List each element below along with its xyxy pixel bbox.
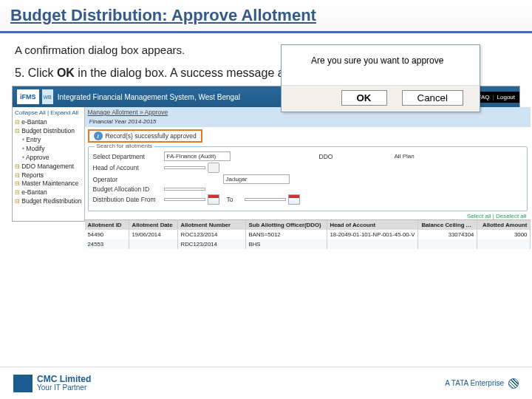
ok-button[interactable]: OK [341, 90, 387, 106]
tree-entry[interactable]: Entry [15, 136, 82, 145]
fieldset-legend: Search for allotments [95, 143, 155, 149]
tree-master[interactable]: Master Maintenance [15, 180, 82, 188]
op-label: Operator [93, 176, 164, 183]
sidebar: Collapse All | Expand All e-Bantan Budge… [13, 107, 85, 221]
op-select[interactable]: Jadugar [223, 174, 290, 184]
hoa-input[interactable] [164, 166, 205, 169]
tree-approve[interactable]: Approve [15, 154, 82, 163]
magnifier-icon[interactable] [208, 163, 219, 173]
date-to-label: To [227, 196, 245, 203]
app-logo-suffix: WB [42, 89, 53, 104]
dept-select[interactable]: FA-Finance (Audit) [164, 151, 231, 161]
dialog-message: Are you sure you want to approve [282, 45, 480, 86]
calendar-icon[interactable] [208, 194, 219, 205]
results-grid: Allotment IDAllotment DateAllotment Numb… [85, 219, 531, 249]
tree-reports[interactable]: Reports [15, 171, 82, 180]
tree-ebantan2[interactable]: e-Bantan [15, 188, 82, 197]
alloc-label: Budget Allocation ID [93, 185, 164, 193]
date-from-input[interactable] [164, 198, 205, 201]
alloc-input[interactable] [164, 188, 205, 191]
date-to-input[interactable] [245, 198, 286, 201]
confirm-dialog: Are you sure you want to approve OK Canc… [281, 44, 480, 112]
ddo-label: DDO [319, 153, 390, 160]
content-pane: Manage Allotment » Approve Financial Yea… [85, 107, 531, 221]
dept-label: Select Department [93, 153, 164, 160]
tata-logo-icon [508, 378, 519, 389]
tree-modify[interactable]: Modify [15, 145, 82, 154]
menu-logout[interactable]: Logout [497, 94, 515, 100]
cmc-logo: CMC LimitedYour IT Partner [13, 375, 91, 392]
tree-budget-dist[interactable]: Budget Distribution [15, 127, 82, 136]
tree-ddo[interactable]: DDO Management [15, 163, 82, 171]
cancel-button[interactable]: Cancel [402, 90, 464, 106]
cmc-mark-icon [13, 375, 33, 392]
search-fieldset: Search for allotments Select Department … [88, 146, 528, 211]
ddo-value: All Plan [395, 153, 415, 160]
grid-header: Allotment IDAllotment DateAllotment Numb… [85, 220, 531, 230]
tree-redist[interactable]: Budget Redistribution [15, 197, 82, 206]
date-from-label: Distribution Date From [93, 196, 164, 203]
table-row[interactable]: 5449019/06/2014ROC123/2014BANS=501218-20… [85, 230, 531, 239]
hoa-label: Head of Account [93, 164, 164, 171]
sidebar-toolbar[interactable]: Collapse All | Expand All [15, 109, 82, 117]
grid-actions[interactable]: Select all | Deselect all [85, 213, 531, 219]
success-message: i Record(s) successfully approved [88, 129, 202, 143]
tree-ebantan[interactable]: e-Bantan [15, 118, 82, 127]
slide-footer: CMC LimitedYour IT Partner A TATA Enterp… [0, 366, 532, 399]
tata-brand: A TATA Enterprise [445, 378, 519, 389]
table-row[interactable]: 24553RDC123/2014BHS [85, 239, 531, 249]
fin-year: Financial Year 2014-2015 [85, 117, 531, 127]
info-icon: i [94, 132, 103, 140]
calendar-icon-2[interactable] [288, 194, 300, 205]
app-logo: iFMS [17, 89, 39, 104]
slide-title: Budget Distribution: Approve Allotment [0, 0, 532, 33]
